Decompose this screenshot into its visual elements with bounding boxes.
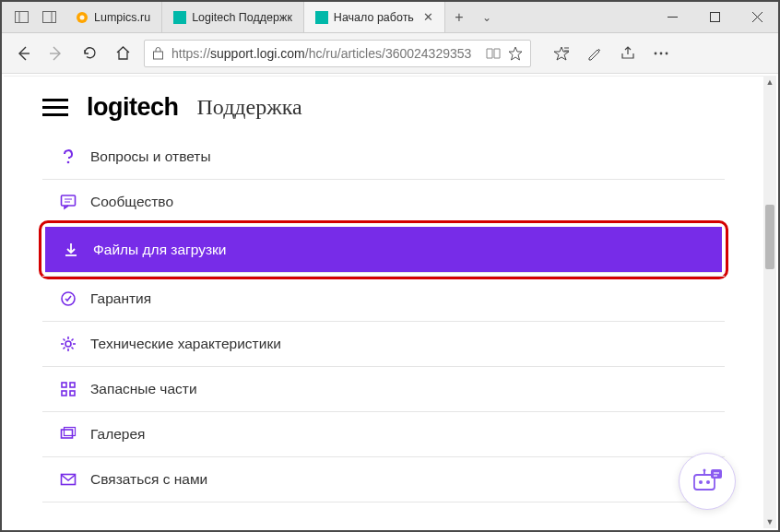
- page-viewport: logitech Поддержка Вопросы и ответы Сооб…: [4, 76, 763, 528]
- mail-icon: [59, 470, 77, 489]
- scrollbar-thumb[interactable]: [765, 205, 774, 269]
- menu-label: Связаться с нами: [90, 471, 207, 488]
- svg-line-36: [72, 339, 74, 341]
- close-window-button[interactable]: [736, 2, 778, 32]
- svg-point-28: [65, 341, 71, 347]
- maximize-button[interactable]: [693, 2, 736, 32]
- svg-rect-9: [710, 13, 719, 22]
- shield-icon: [59, 290, 77, 308]
- minimize-button[interactable]: [651, 2, 693, 32]
- tab-label: Lumpics.ru: [94, 11, 150, 24]
- site-header: logitech Поддержка: [26, 93, 741, 135]
- url-text: https://support.logi.com/hc/ru/articles/…: [171, 46, 479, 61]
- tab-chevron-icon[interactable]: ⌄: [473, 2, 501, 32]
- hamburger-icon[interactable]: [42, 99, 68, 116]
- reading-view-icon[interactable]: [486, 47, 501, 60]
- svg-rect-38: [70, 383, 75, 387]
- support-menu: Вопросы и ответы Сообщество Файлы для за…: [42, 135, 725, 502]
- menu-item-faq[interactable]: Вопросы и ответы: [42, 135, 725, 179]
- menu-item-spare-parts[interactable]: Запасные части: [42, 366, 725, 411]
- svg-point-18: [655, 52, 657, 54]
- chat-fab-button[interactable]: [679, 453, 736, 510]
- tab-strip: Lumpics.ru Logitech Поддержк Начало рабо…: [65, 2, 651, 32]
- svg-point-45: [699, 480, 703, 484]
- tab-layout-icon[interactable]: [13, 9, 30, 26]
- svg-rect-40: [70, 391, 75, 396]
- favorite-star-icon[interactable]: [508, 46, 523, 61]
- page-title: Поддержка: [197, 95, 302, 120]
- menu-item-contact[interactable]: Связаться с нами: [42, 456, 725, 502]
- menu-label: Запасные части: [90, 381, 197, 397]
- svg-point-46: [706, 480, 710, 484]
- scroll-down-icon[interactable]: ▼: [763, 515, 776, 528]
- gear-icon: [59, 335, 77, 353]
- question-icon: [59, 148, 77, 166]
- svg-point-19: [660, 52, 663, 54]
- menu-label: Вопросы и ответы: [90, 148, 211, 165]
- highlight-annotation: Файлы для загрузки: [39, 220, 728, 279]
- chatbot-icon: [691, 466, 724, 497]
- svg-rect-37: [62, 383, 66, 387]
- svg-point-5: [80, 15, 85, 19]
- menu-label: Сообщество: [90, 194, 173, 210]
- vertical-scrollbar[interactable]: ▲ ▼: [763, 76, 776, 528]
- browser-toolbar: https://support.logi.com/hc/ru/articles/…: [2, 33, 778, 74]
- menu-item-gallery[interactable]: Галерея: [42, 411, 725, 456]
- scroll-up-icon[interactable]: ▲: [763, 76, 776, 89]
- address-bar[interactable]: https://support.logi.com/hc/ru/articles/…: [144, 40, 531, 67]
- back-button[interactable]: [11, 41, 35, 65]
- svg-point-48: [703, 469, 706, 472]
- favicon-logi: [315, 11, 328, 24]
- svg-rect-49: [711, 469, 722, 479]
- logitech-logo[interactable]: logitech: [87, 93, 179, 122]
- tab-getting-started[interactable]: Начало работь ✕: [304, 2, 445, 32]
- favicon-logi: [173, 11, 186, 24]
- notes-icon[interactable]: [586, 45, 603, 62]
- share-icon[interactable]: [620, 45, 636, 62]
- refresh-button[interactable]: [77, 41, 101, 65]
- svg-line-33: [64, 339, 65, 341]
- gallery-icon: [59, 425, 77, 443]
- chat-icon: [59, 193, 77, 211]
- svg-point-21: [67, 161, 70, 164]
- tab-aside-icon[interactable]: [41, 9, 57, 26]
- menu-item-warranty[interactable]: Гарантия: [42, 276, 725, 321]
- close-icon[interactable]: ✕: [423, 10, 433, 24]
- download-icon: [62, 241, 80, 259]
- svg-rect-22: [62, 195, 76, 206]
- menu-label: Гарантия: [90, 290, 151, 307]
- tab-label: Logitech Поддержк: [192, 11, 292, 24]
- window-titlebar: Lumpics.ru Logitech Поддержк Начало рабо…: [2, 2, 778, 33]
- svg-rect-6: [173, 11, 186, 24]
- menu-label: Файлы для загрузки: [93, 242, 226, 258]
- menu-item-specs[interactable]: Технические характеристики: [42, 321, 725, 366]
- svg-rect-41: [62, 430, 73, 438]
- svg-line-34: [72, 348, 74, 349]
- svg-rect-14: [154, 52, 163, 59]
- favorites-icon[interactable]: [553, 46, 570, 61]
- menu-item-downloads[interactable]: Файлы для загрузки: [45, 227, 722, 273]
- tab-label: Начало работь: [334, 11, 414, 24]
- favicon-lumpics: [76, 11, 89, 24]
- menu-label: Технические характеристики: [90, 336, 281, 352]
- svg-rect-39: [62, 391, 66, 396]
- more-icon[interactable]: [653, 51, 669, 56]
- svg-rect-42: [65, 428, 76, 436]
- svg-rect-7: [315, 11, 328, 24]
- menu-item-community[interactable]: Сообщество: [42, 179, 725, 224]
- menu-label: Галерея: [90, 426, 145, 443]
- svg-rect-2: [42, 12, 55, 23]
- lock-icon: [152, 46, 164, 60]
- svg-rect-0: [15, 12, 28, 23]
- new-tab-button[interactable]: +: [445, 2, 473, 32]
- tab-lumpics[interactable]: Lumpics.ru: [65, 2, 162, 32]
- home-button[interactable]: [111, 41, 135, 65]
- svg-point-20: [666, 52, 668, 54]
- svg-line-35: [64, 348, 65, 349]
- grid-icon: [59, 380, 77, 398]
- tab-logitech-support[interactable]: Logitech Поддержк: [162, 2, 304, 32]
- forward-button[interactable]: [44, 41, 68, 65]
